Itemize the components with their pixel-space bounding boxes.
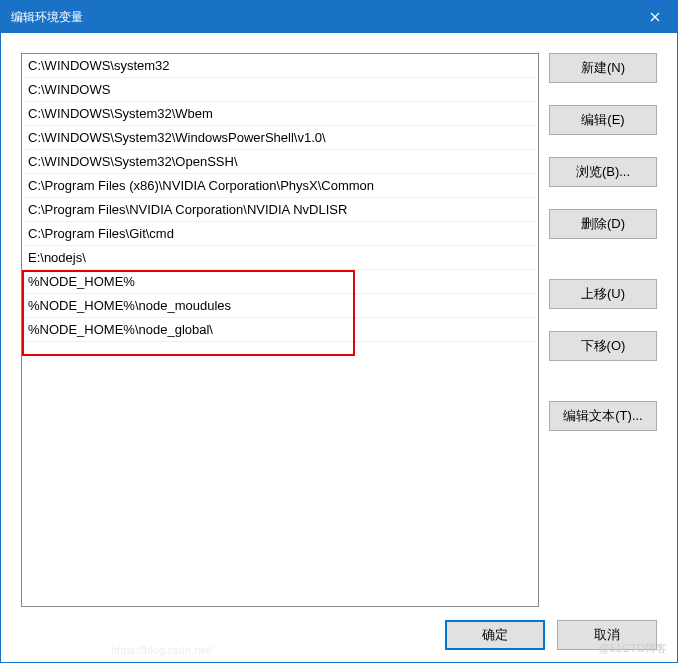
cancel-button[interactable]: 取消 bbox=[557, 620, 657, 650]
content-area: C:\WINDOWS\system32 C:\WINDOWS C:\WINDOW… bbox=[1, 33, 677, 607]
list-item[interactable]: C:\WINDOWS\System32\WindowsPowerShell\v1… bbox=[22, 126, 538, 150]
delete-button[interactable]: 删除(D) bbox=[549, 209, 657, 239]
list-item[interactable]: %NODE_HOME%\node_global\ bbox=[22, 318, 538, 342]
browse-button[interactable]: 浏览(B)... bbox=[549, 157, 657, 187]
edit-button[interactable]: 编辑(E) bbox=[549, 105, 657, 135]
list-item[interactable]: C:\Program Files\Git\cmd bbox=[22, 222, 538, 246]
move-down-button[interactable]: 下移(O) bbox=[549, 331, 657, 361]
new-button[interactable]: 新建(N) bbox=[549, 53, 657, 83]
close-icon bbox=[650, 12, 660, 22]
titlebar: 编辑环境变量 bbox=[1, 1, 677, 33]
list-item[interactable]: C:\WINDOWS bbox=[22, 78, 538, 102]
list-item[interactable]: C:\WINDOWS\system32 bbox=[22, 54, 538, 78]
list-item[interactable]: %NODE_HOME% bbox=[22, 270, 538, 294]
edit-text-button[interactable]: 编辑文本(T)... bbox=[549, 401, 657, 431]
list-item[interactable]: C:\Program Files (x86)\NVIDIA Corporatio… bbox=[22, 174, 538, 198]
path-listbox[interactable]: C:\WINDOWS\system32 C:\WINDOWS C:\WINDOW… bbox=[21, 53, 539, 607]
list-item[interactable]: C:\Program Files\NVIDIA Corporation\NVID… bbox=[22, 198, 538, 222]
move-up-button[interactable]: 上移(U) bbox=[549, 279, 657, 309]
list-item[interactable]: C:\WINDOWS\System32\Wbem bbox=[22, 102, 538, 126]
button-sidebar: 新建(N) 编辑(E) 浏览(B)... 删除(D) 上移(U) 下移(O) 编… bbox=[549, 53, 657, 607]
list-item[interactable]: C:\WINDOWS\System32\OpenSSH\ bbox=[22, 150, 538, 174]
list-item[interactable]: E:\nodejs\ bbox=[22, 246, 538, 270]
window-title: 编辑环境变量 bbox=[11, 9, 83, 26]
list-item[interactable]: %NODE_HOME%\node_moudules bbox=[22, 294, 538, 318]
dialog-window: 编辑环境变量 C:\WINDOWS\system32 C:\WINDOWS C:… bbox=[0, 0, 678, 663]
dialog-footer: 确定 取消 bbox=[1, 607, 677, 662]
ok-button[interactable]: 确定 bbox=[445, 620, 545, 650]
close-button[interactable] bbox=[632, 1, 677, 33]
